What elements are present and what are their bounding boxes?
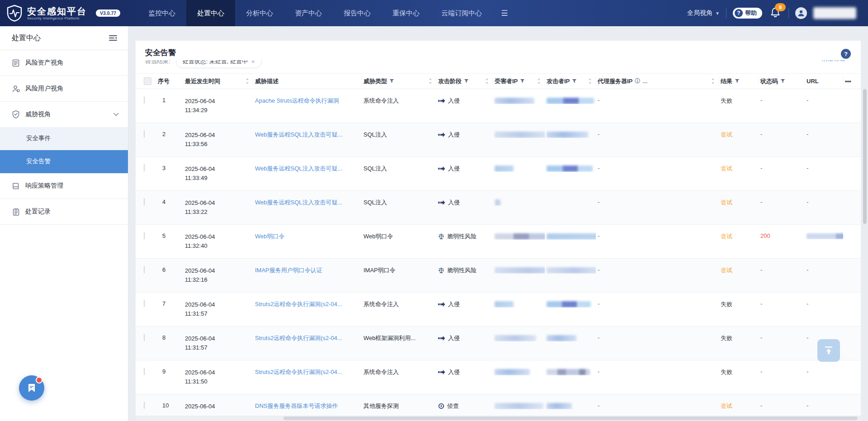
sidebar-item-risk-assets[interactable]: 风险资产视角 (0, 50, 128, 76)
clear-filters-link[interactable]: 清空筛选 (822, 60, 845, 63)
threat-description-link[interactable]: Web服务远程SQL注入攻击可疑... (255, 131, 342, 138)
more-menu-icon[interactable]: ☰ (493, 0, 516, 26)
cell-victim-ip (493, 326, 545, 341)
threat-description-link[interactable]: Web弱口令 (255, 233, 285, 240)
nav-item-cloud-subscription[interactable]: 云端订阅中心 (430, 0, 493, 26)
row-checkbox[interactable] (144, 198, 145, 205)
cell-type: 其他服务探测 (362, 394, 436, 410)
back-to-top-button[interactable] (817, 339, 840, 362)
table-row: 42025-06-0411:33:22Web服务远程SQL注入攻击可疑...SQ… (136, 191, 861, 225)
nav-item-reports[interactable]: 报告中心 (333, 0, 382, 26)
sort-icon[interactable] (537, 78, 541, 84)
cell-proxy-ip: - (596, 259, 719, 273)
nav-item-analysis[interactable]: 分析中心 (235, 0, 284, 26)
threat-description-link[interactable]: Struts2远程命令执行漏洞(s2-04... (255, 335, 342, 341)
vertical-scrollbar-thumb[interactable] (863, 89, 867, 224)
cell-status-code: - (759, 394, 805, 409)
threat-description-link[interactable]: Apache Struts远程命令执行漏洞 (255, 97, 339, 104)
row-checkbox[interactable] (144, 232, 145, 239)
filter-funnel-icon[interactable] (572, 79, 577, 84)
primary-nav: 监控中心 处置中心 分析中心 资产中心 报告中心 重保中心 云端订阅中心 ☰ (137, 0, 516, 26)
page-help-icon[interactable]: ? (841, 49, 851, 59)
sort-icon[interactable] (588, 78, 592, 84)
help-button[interactable]: ? 帮助 (733, 8, 762, 19)
column-header-stage: 攻击阶段 (436, 77, 493, 86)
cell-time: 2025-06-0411:33:22 (183, 191, 253, 217)
select-all-checkbox[interactable] (144, 77, 151, 85)
cell-index: 10 (156, 394, 183, 409)
sidebar-item-response-policy[interactable]: 响应策略管理 (0, 173, 128, 199)
threat-description-link[interactable]: Web服务远程SQL注入攻击可疑... (255, 165, 342, 172)
sidebar-item-security-events[interactable]: 安全事件 (0, 127, 128, 150)
filter-funnel-icon[interactable] (780, 79, 785, 84)
cell-victim-ip (493, 123, 545, 138)
row-checkbox[interactable] (144, 266, 145, 273)
horizontal-scrollbar[interactable] (136, 416, 861, 421)
close-icon[interactable]: × (251, 60, 255, 65)
nav-item-disposal[interactable]: 处置中心 (186, 0, 235, 26)
info-icon[interactable]: ⓘ (635, 77, 640, 85)
sort-icon[interactable] (429, 78, 432, 84)
sidebar-item-security-alerts[interactable]: 安全告警 (0, 150, 128, 173)
sidebar-item-threat-view[interactable]: 威胁视角 (0, 102, 128, 127)
table-body: 12025-06-0411:34:29Apache Struts远程命令执行漏洞… (136, 89, 861, 421)
nav-item-protection[interactable]: 重保中心 (382, 0, 430, 26)
threat-description-link[interactable]: Struts2远程命令执行漏洞(s2-04... (255, 369, 342, 375)
filter-funnel-icon[interactable] (520, 79, 525, 84)
cell-url: - (805, 191, 843, 205)
quick-note-fab[interactable] (19, 375, 44, 401)
intrusion-stage-icon (438, 166, 445, 172)
cell-type: SQL注入 (362, 191, 436, 207)
victim-ip-redacted (495, 403, 543, 409)
global-perspective-dropdown[interactable]: 全局视角 ▼ (687, 9, 720, 17)
sort-icon[interactable] (245, 78, 249, 84)
cell-description: Apache Struts远程命令执行漏洞 (253, 89, 362, 105)
row-checkbox[interactable] (144, 300, 145, 307)
collapse-sidebar-icon[interactable] (109, 35, 117, 41)
cell-type: Web弱口令 (362, 225, 436, 241)
row-checkbox[interactable] (144, 368, 145, 375)
victim-ip-redacted (495, 233, 545, 240)
filter-funnel-icon[interactable] (389, 79, 394, 84)
cell-time: 2025-06-0411:31:57 (183, 326, 253, 352)
nav-item-monitor[interactable]: 监控中心 (137, 0, 186, 26)
cell-attacker-ip (545, 259, 596, 274)
cell-stage: 入侵 (436, 293, 493, 308)
row-checkbox[interactable] (144, 164, 145, 171)
row-checkbox[interactable] (144, 402, 145, 409)
victim-ip-redacted (495, 132, 545, 138)
threat-description-link[interactable]: Struts2远程命令执行漏洞(s2-04... (255, 301, 342, 307)
cell-result: 失败 (719, 293, 759, 308)
bookmark-icon (27, 383, 36, 393)
threat-description-link[interactable]: DNS服务服务器版本号请求操作 (255, 402, 338, 409)
cell-time: 2025-06-0411:31:50 (183, 360, 253, 386)
cell-status-code: 200 (759, 225, 805, 239)
horizontal-scrollbar-thumb[interactable] (283, 416, 858, 420)
column-header-index: 序号 (156, 77, 183, 86)
filter-tag-disposal-status[interactable]: 处置状态: 未处置, 处置中 × (176, 60, 262, 68)
threat-description-link[interactable]: IMAP服务用户弱口令认证 (255, 267, 322, 274)
filter-funnel-icon[interactable] (735, 79, 740, 84)
notifications-button[interactable]: 8 (770, 7, 780, 19)
sort-icon[interactable] (711, 78, 715, 84)
row-checkbox[interactable] (144, 334, 145, 341)
username-redacted (813, 7, 856, 19)
threat-description-link[interactable]: Web服务远程SQL注入攻击可疑... (255, 199, 342, 206)
filter-funnel-icon[interactable] (464, 79, 469, 84)
row-checkbox[interactable] (144, 96, 145, 104)
cell-stage: 入侵 (436, 191, 493, 207)
row-checkbox[interactable] (144, 130, 145, 137)
cell-time: 2025-06-0411:33:56 (183, 123, 253, 149)
cell-description: IMAP服务用户弱口令认证 (253, 259, 362, 274)
sort-icon[interactable] (485, 78, 489, 84)
cell-description: Web弱口令 (253, 225, 362, 241)
user-avatar[interactable] (795, 7, 807, 19)
sidebar-item-disposal-records[interactable]: 处置记录 (0, 199, 128, 225)
nav-item-assets[interactable]: 资产中心 (284, 0, 333, 26)
cell-result: 失败 (719, 360, 759, 376)
intrusion-stage-icon (438, 301, 445, 307)
sidebar-item-risk-users[interactable]: 风险用户视角 (0, 76, 128, 102)
cell-stage: 入侵 (436, 326, 493, 342)
attacker-ip-redacted (547, 132, 588, 138)
column-header-desc: 威胁描述 (253, 77, 362, 86)
